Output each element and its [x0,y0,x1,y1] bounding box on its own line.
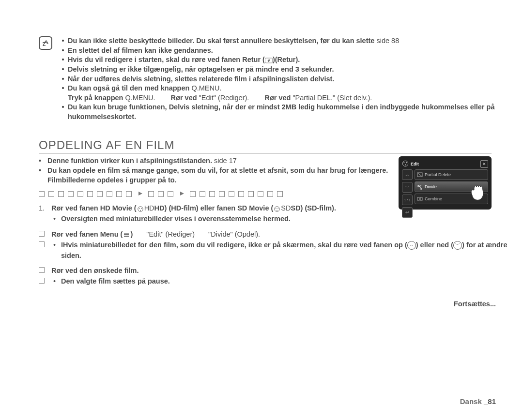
footer-lang: Dansk _ [460,397,488,405]
svg-point-14 [402,161,408,166]
s2d: (Rediger) [164,230,197,238]
movie-icon [137,203,144,214]
svg-rect-13 [124,236,129,237]
device-item-partial-delete[interactable]: Partial Delete [415,169,488,180]
s1b: HD) (HD-film) eller fanen SD Movie ( [154,204,274,212]
svg-point-4 [139,208,140,209]
reel-icon [402,160,409,168]
svg-point-16 [406,163,407,164]
svg-point-3 [138,206,143,211]
note-2: En slettet del af filmen kan ikke gendan… [68,46,519,56]
device-page: 1 / 1 [402,195,413,205]
svg-marker-2 [180,192,184,195]
page-footer: Dansk _81 [460,397,496,405]
svg-point-15 [403,163,404,164]
svg-point-17 [405,165,406,165]
note-1b: side 88 [376,37,399,45]
note-6-sub-b: Q.MENU. [125,94,157,102]
device-up[interactable]: ︿ [402,169,413,180]
note-icon [39,36,52,50]
svg-point-6 [140,210,141,210]
intro-1b: side 17 [214,157,237,165]
content: •Du kan ikke slette beskyttede billeder.… [39,36,523,292]
s2f: (Opdel) [233,230,258,238]
intro-1a: Denne funktion virker kun i afspilningst… [47,157,214,165]
s2g: . [258,230,260,238]
note-6b: Q.MENU. [191,84,221,92]
intro-2: Du kan opdele en film så mange gange, so… [47,166,392,185]
notes-list: •Du kan ikke slette beskyttede billeder.… [58,36,519,121]
device-down[interactable]: ﹀ [402,182,413,193]
footer-page-number: 81 [488,397,496,405]
note-5: Når der udføres delvis sletning, slettes… [68,75,519,84]
s1a: Rør ved fanen HD Movie ( [51,204,137,212]
down-arrow-icon: ﹀ [453,241,462,250]
device-item1-label: Partial Delete [425,172,451,177]
note-6-sub-c: Rør ved [171,94,199,102]
device-item-divide[interactable]: Divide [415,181,488,192]
movie-icon-2 [273,203,281,214]
placeholder-boxes [39,191,392,198]
device-title: Edit [411,162,419,166]
note-6-sub-d: "Edit" [199,94,216,102]
s1-sub: Oversigten med miniaturebilleder vises i… [61,215,291,223]
note-3b: )(Retur). [273,56,300,63]
up-arrow-icon: ︿ [407,241,416,250]
device-item-combine[interactable]: Combine [415,194,488,204]
device-screenshot: Edit ✕ ︿ ﹀ 1 / 1 ↩ Partial Delete [399,156,492,210]
svg-line-19 [417,173,422,177]
note-4: Delvis sletning er ikke tilgængelig, når… [68,65,519,75]
svg-point-9 [278,208,279,209]
note-6-sub-h: (Slet delv.). [335,94,372,102]
note-1a: Du kan ikke slette beskyttede billeder. … [68,37,374,45]
note-6-sub-e: (Rediger). [216,94,251,102]
s3-sub: Den valgte film sættes på pause. [61,277,170,285]
svg-marker-1 [138,192,142,195]
menu-icon [123,229,130,240]
svg-point-5 [141,208,142,209]
s1c: SD) (SD-film). [291,204,336,212]
s2a: Rør ved fanen Menu ( [51,230,123,238]
device-close[interactable]: ✕ [480,160,488,168]
device-item3-label: Combine [425,196,442,201]
svg-point-10 [277,210,277,210]
svg-rect-20 [417,197,419,200]
svg-rect-21 [420,197,422,200]
device-item2-label: Divide [425,184,437,189]
svg-point-8 [276,208,277,209]
svg-rect-12 [124,235,129,236]
note-3a: Hvis du vil redigere i starten, skal du … [68,56,265,63]
s2e: "Divide" [208,230,233,238]
svg-rect-0 [265,58,272,63]
s3a: Rør ved den ønskede film. [51,267,139,274]
s2-sub-a: IHvis miniaturebilledet for den film, so… [61,241,407,249]
note-6a: Du kan også gå til den med knappen [68,84,191,92]
s2b: ) [130,230,135,238]
intro: •Denne funktion virker kun i afspilnings… [39,156,392,185]
note-6-sub-f: Rør ved [264,94,292,102]
continued-label: Fortsættes... [454,300,496,308]
s2c: "Edit" [146,230,163,238]
note-6-sub-g: "Partial DEL." [292,94,335,102]
device-back[interactable]: ↩ [402,207,413,218]
return-icon [265,56,273,65]
s2-sub-b: ) eller ned ( [416,241,453,249]
note-6-sub-a: Tryk på knappen [68,94,125,102]
svg-point-7 [275,206,280,211]
section-title: OPDELING AF EN FILM [39,138,492,153]
svg-rect-11 [124,233,129,234]
note-7: Du kan kun bruge funktionen, Delvis slet… [68,103,519,121]
